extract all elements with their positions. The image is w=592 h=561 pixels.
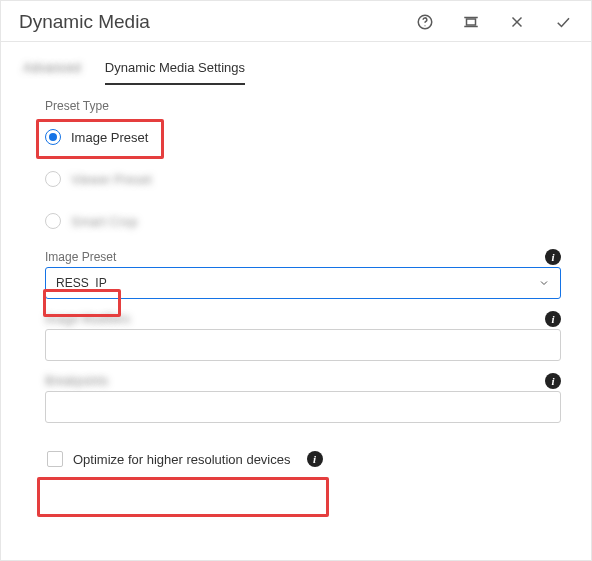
- tab-advanced[interactable]: Advanced: [23, 56, 81, 85]
- info-icon[interactable]: i: [545, 311, 561, 327]
- image-preset-select-value: RESS_IP: [56, 276, 107, 290]
- info-icon[interactable]: i: [545, 249, 561, 265]
- radio-smart-crop[interactable]: Smart Crop: [45, 205, 561, 237]
- info-icon[interactable]: i: [545, 373, 561, 389]
- confirm-icon[interactable]: [553, 12, 573, 32]
- radio-viewer-preset[interactable]: Viewer Preset: [45, 163, 561, 195]
- image-modifiers-input[interactable]: [45, 329, 561, 361]
- tab-dynamic-media-settings[interactable]: Dynamic Media Settings: [105, 56, 245, 85]
- radio-image-preset-label: Image Preset: [71, 130, 148, 145]
- optimize-checkbox-label: Optimize for higher resolution devices: [73, 452, 291, 467]
- annotation-highlight: [37, 477, 329, 517]
- preset-type-label: Preset Type: [45, 99, 561, 113]
- chevron-down-icon: [538, 277, 550, 289]
- breakpoints-label: Breakpoints: [45, 374, 108, 388]
- image-preset-select[interactable]: RESS_IP: [45, 267, 561, 299]
- radio-image-preset[interactable]: Image Preset: [45, 121, 561, 153]
- optimize-checkbox[interactable]: [47, 451, 63, 467]
- image-preset-field-label: Image Preset: [45, 250, 116, 264]
- radio-smart-crop-label: Smart Crop: [71, 214, 137, 229]
- radio-viewer-preset-label: Viewer Preset: [71, 172, 152, 187]
- close-icon[interactable]: [507, 12, 527, 32]
- breakpoints-input[interactable]: [45, 391, 561, 423]
- image-modifiers-label: Image Modifiers: [45, 312, 130, 326]
- help-icon[interactable]: [415, 12, 435, 32]
- info-icon[interactable]: i: [307, 451, 323, 467]
- svg-point-1: [424, 25, 425, 26]
- svg-rect-2: [467, 19, 476, 25]
- fullscreen-icon[interactable]: [461, 12, 481, 32]
- panel-title: Dynamic Media: [19, 11, 150, 33]
